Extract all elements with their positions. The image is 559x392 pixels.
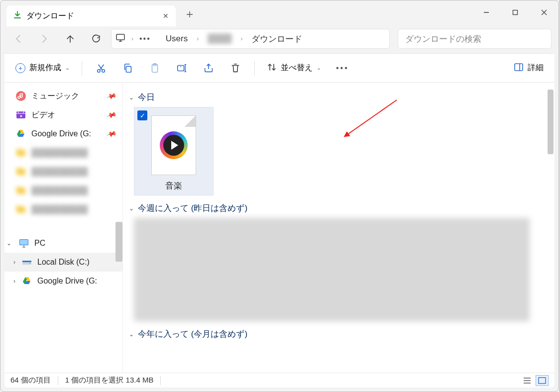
details-label: 詳細: [528, 63, 544, 73]
video-icon: [15, 109, 26, 120]
svg-rect-0: [513, 10, 518, 15]
main-scrollbar[interactable]: [548, 90, 554, 154]
group-header-this-year[interactable]: ⌄ 今年に入って (今月は含めず): [129, 328, 545, 340]
more-button[interactable]: •••: [329, 64, 356, 73]
chevron-down-icon: ⌄: [65, 65, 70, 71]
chevron-down-icon: ⌄: [6, 240, 11, 247]
delete-button[interactable]: [224, 58, 247, 78]
sidebar-item-music[interactable]: ミュージック 📌: [4, 87, 122, 105]
window-controls: [472, 0, 559, 24]
svg-rect-17: [539, 378, 546, 384]
gdrive-icon: [21, 276, 32, 287]
pin-icon: 📌: [106, 128, 117, 139]
file-pane: ⌄ 今日 ✓ 音楽 ⌄ 今週に入って (昨日は含めず): [123, 83, 555, 373]
item-count: 64 個の項目: [10, 376, 51, 385]
content-body: + 新規作成 ⌄ 並べ替え ⌄ ••• 詳細 ミュージック: [4, 53, 555, 388]
new-button[interactable]: + 新規作成 ⌄: [10, 60, 75, 76]
breadcrumb-downloads[interactable]: ダウンロード: [248, 32, 305, 46]
sidebar-item-folder[interactable]: ██████████: [4, 181, 122, 200]
svg-rect-8: [515, 64, 523, 71]
new-tab-button[interactable]: [180, 4, 200, 24]
sidebar-item-gdrive-volume[interactable]: › Google Drive (G:: [4, 272, 122, 291]
chevron-down-icon: ⌄: [129, 331, 134, 338]
svg-rect-12: [20, 240, 28, 245]
breadcrumb-users[interactable]: Users: [163, 33, 191, 45]
close-button[interactable]: [530, 0, 559, 24]
address-bar[interactable]: › ••• Users › ████ › ダウンロード: [111, 29, 390, 49]
sidebar-item-folder[interactable]: ██████████: [4, 143, 122, 162]
nav-row: › ••• Users › ████ › ダウンロード ダウンロードの検索: [0, 24, 559, 53]
tiles-view-button[interactable]: [536, 375, 549, 386]
breadcrumb-user[interactable]: ████: [205, 33, 234, 45]
tab-downloads[interactable]: ダウンロード ✕: [6, 5, 176, 26]
chevron-down-icon: ⌄: [317, 65, 321, 71]
status-separator: [160, 376, 161, 385]
forward-button[interactable]: [33, 28, 55, 50]
media-play-icon: [160, 131, 188, 159]
toolbar-separator: [82, 61, 82, 76]
sidebar-item-label: ビデオ: [31, 110, 55, 120]
titlebar: ダウンロード ✕: [0, 0, 559, 24]
copy-button[interactable]: [116, 58, 140, 78]
folder-icon: [15, 166, 26, 177]
svg-rect-10: [16, 111, 25, 118]
file-thumbnail: [151, 115, 196, 175]
sidebar-item-folder[interactable]: ██████████: [4, 200, 122, 219]
drive-icon: [21, 257, 32, 268]
back-button[interactable]: [7, 28, 29, 50]
chevron-right-icon: ›: [128, 35, 136, 42]
tabs-area: ダウンロード ✕: [0, 0, 472, 24]
split-pane: ミュージック 📌 ビデオ 📌 Google Drive (G: 📌 ██████…: [4, 83, 555, 373]
sidebar-item-label: ミュージック: [31, 91, 79, 101]
chevron-right-icon: ›: [237, 35, 245, 42]
pin-icon: 📌: [106, 109, 117, 120]
refresh-button[interactable]: [85, 28, 107, 50]
download-icon: [13, 11, 21, 21]
close-tab-icon[interactable]: ✕: [163, 12, 169, 20]
minimize-button[interactable]: [472, 0, 501, 24]
toolbar-separator: [254, 61, 255, 76]
group-header-this-week[interactable]: ⌄ 今週に入って (昨日は含めず): [129, 202, 545, 214]
search-input[interactable]: ダウンロードの検索: [398, 29, 552, 49]
sidebar-item-folder[interactable]: ██████████: [4, 162, 122, 181]
sidebar-item-label: Local Disk (C:): [37, 258, 90, 267]
tab-title: ダウンロード: [26, 11, 74, 21]
group-label: 今日: [138, 92, 155, 103]
chevron-down-icon: ⌄: [129, 94, 134, 101]
status-separator: [58, 376, 58, 385]
list-view-button[interactable]: [521, 375, 534, 386]
sort-icon: [267, 62, 277, 74]
checkbox-checked-icon[interactable]: ✓: [137, 110, 147, 120]
monitor-icon: [18, 238, 29, 249]
plus-circle-icon: +: [15, 63, 25, 73]
pin-icon: 📌: [106, 91, 117, 101]
sort-button[interactable]: 並べ替え ⌄: [262, 62, 326, 74]
sidebar-item-video[interactable]: ビデオ 📌: [4, 105, 122, 124]
panel-icon: [514, 62, 524, 74]
sort-label: 並べ替え: [281, 63, 313, 73]
file-name: 音楽: [165, 180, 182, 192]
group-header-today[interactable]: ⌄ 今日: [129, 92, 545, 103]
sidebar-scrollbar[interactable]: [115, 222, 122, 262]
folder-icon: [15, 204, 26, 215]
rename-button[interactable]: [170, 58, 194, 78]
maximize-button[interactable]: [501, 0, 530, 24]
svg-rect-4: [126, 66, 131, 72]
share-button[interactable]: [197, 58, 221, 78]
sidebar-item-pc[interactable]: ⌄ PC: [4, 234, 122, 253]
cut-button[interactable]: [89, 58, 113, 78]
paste-button[interactable]: [143, 58, 167, 78]
ellipsis-icon[interactable]: •••: [139, 34, 151, 43]
selection-info: 1 個の項目を選択 13.4 MB: [65, 376, 154, 385]
folder-icon: [15, 147, 26, 158]
sidebar-item-label: PC: [34, 239, 45, 248]
chevron-down-icon: ⌄: [129, 205, 134, 212]
up-button[interactable]: [59, 28, 81, 50]
details-button[interactable]: 詳細: [509, 62, 549, 74]
file-item-music[interactable]: ✓ 音楽: [134, 107, 214, 196]
svg-point-15: [29, 263, 30, 264]
svg-rect-14: [22, 261, 31, 262]
sidebar-item-local-disk[interactable]: › Local Disk (C:): [4, 253, 122, 272]
status-bar: 64 個の項目 1 個の項目を選択 13.4 MB: [4, 373, 555, 388]
sidebar-item-gdrive[interactable]: Google Drive (G: 📌: [4, 124, 122, 143]
